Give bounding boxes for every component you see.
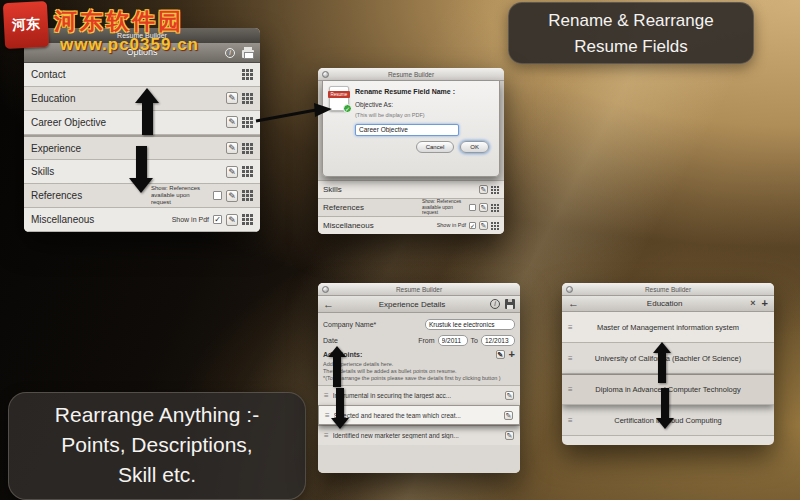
date-to-input[interactable]: [481, 335, 515, 346]
callout-line: Skill etc.: [9, 460, 305, 490]
drag-handle-icon[interactable]: ≡: [324, 391, 329, 400]
drag-grid-icon[interactable]: [242, 93, 253, 104]
references-checkbox[interactable]: [469, 204, 476, 211]
field-row-miscellaneous[interactable]: Miscellaneous Show in Pdf ✓ ✎: [24, 208, 260, 232]
experience-window-titlebar[interactable]: Resume Builder: [318, 283, 520, 296]
drag-grid-icon[interactable]: [491, 204, 499, 212]
callout-line: Resume Fields: [509, 34, 753, 60]
rearrange-up-arrow: [653, 342, 671, 383]
education-subtitle: Education: [585, 299, 744, 308]
info-icon[interactable]: i: [490, 299, 500, 309]
rename-dialog-heading: Rename Resume Field Name :: [355, 88, 493, 95]
back-icon[interactable]: ←: [568, 298, 579, 309]
back-icon[interactable]: ←: [323, 299, 334, 310]
drag-grid-icon[interactable]: [242, 69, 253, 80]
field-row-skills[interactable]: Skills ✎: [318, 180, 504, 198]
delete-icon[interactable]: ×: [750, 299, 755, 308]
show-in-pdf-checkbox[interactable]: ✓: [469, 222, 476, 229]
rename-window: Resume Builder Skills ✎ References Show:…: [318, 68, 504, 234]
drag-grid-icon[interactable]: [242, 190, 253, 201]
cancel-button[interactable]: Cancel: [416, 141, 455, 153]
drag-handle-icon[interactable]: ≡: [325, 411, 330, 420]
field-row-miscellaneous[interactable]: Miscellaneous Show in Pdf ✓ ✎: [318, 216, 504, 234]
drag-handle-icon[interactable]: ≡: [568, 385, 573, 394]
education-window-titlebar[interactable]: Resume Builder: [562, 283, 774, 296]
drag-grid-icon[interactable]: [242, 166, 253, 177]
field-label: References: [31, 190, 82, 201]
field-label: Career Objective: [31, 117, 106, 128]
add-point-icon[interactable]: +: [509, 349, 515, 360]
show-in-pdf-label: Show in Pdf: [437, 222, 466, 228]
education-toolbar: ← Education × +: [562, 296, 774, 312]
callout-line: Rearrange Anything :-: [9, 400, 305, 430]
edit-icon[interactable]: ✎: [505, 391, 514, 400]
edit-icon[interactable]: ✎: [505, 431, 514, 440]
edit-icon[interactable]: ✎: [226, 92, 238, 104]
drag-grid-icon[interactable]: [491, 222, 499, 230]
edit-icon[interactable]: ✎: [504, 411, 513, 420]
edit-icon[interactable]: ✎: [479, 203, 488, 212]
field-row-references[interactable]: References Show: References available up…: [318, 198, 504, 216]
edit-icon[interactable]: ✎: [496, 350, 505, 359]
date-label: Date: [323, 337, 338, 344]
ok-button[interactable]: OK: [460, 141, 489, 153]
rearrange-up-arrow: [135, 88, 159, 135]
drag-handle-icon[interactable]: ≡: [568, 323, 573, 332]
close-button[interactable]: [322, 286, 329, 293]
edit-icon[interactable]: ✎: [226, 142, 238, 154]
callout-line: Rename & Rearrange: [509, 8, 753, 34]
field-label: Skills: [323, 185, 342, 194]
experience-window-title: Resume Builder: [396, 286, 442, 293]
references-checkbox[interactable]: [213, 191, 222, 200]
rearrange-up-arrow: [328, 346, 346, 387]
rearrange-down-arrow: [129, 146, 153, 193]
show-in-pdf-checkbox[interactable]: ✓: [213, 215, 222, 224]
education-row[interactable]: ≡ Master of Management information syste…: [562, 312, 774, 343]
field-list-behind: Skills ✎ References Show: References ava…: [318, 180, 504, 234]
callout-rename-rearrange: Rename & Rearrange Resume Fields: [508, 2, 754, 64]
from-label: From: [418, 337, 434, 344]
experience-subtitle: Experience Details: [339, 300, 485, 309]
drag-grid-icon[interactable]: [242, 143, 253, 154]
rename-window-title: Resume Builder: [388, 71, 434, 78]
field-label: Experience: [31, 143, 81, 154]
rename-window-body: Skills ✎ References Show: References ava…: [318, 81, 504, 234]
date-from-input[interactable]: [438, 335, 468, 346]
show-in-pdf-label: Show in Pdf: [172, 216, 209, 224]
info-icon[interactable]: i: [225, 48, 235, 58]
references-note: Show: References available upon request: [151, 185, 209, 206]
drag-handle-icon[interactable]: ≡: [568, 416, 573, 425]
drag-grid-icon[interactable]: [242, 117, 253, 128]
edit-icon[interactable]: ✎: [226, 214, 238, 226]
watermark-site-name: 河东软件园: [54, 6, 184, 37]
print-icon[interactable]: [242, 50, 254, 58]
edit-icon[interactable]: ✎: [226, 190, 238, 202]
drag-handle-icon[interactable]: ≡: [324, 431, 329, 440]
drag-grid-icon[interactable]: [242, 214, 253, 225]
watermark-site-url: www.pc0359.cn: [60, 35, 199, 55]
rename-window-titlebar[interactable]: Resume Builder: [318, 68, 504, 81]
edit-icon[interactable]: ✎: [226, 166, 238, 178]
close-button[interactable]: [566, 286, 573, 293]
drag-handle-icon[interactable]: ≡: [568, 354, 573, 363]
edit-icon[interactable]: ✎: [479, 221, 488, 230]
add-icon[interactable]: +: [762, 298, 768, 309]
field-label: Miscellaneous: [323, 221, 374, 230]
field-row-contact[interactable]: Contact: [24, 63, 260, 87]
save-icon[interactable]: [505, 299, 515, 309]
edit-icon[interactable]: ✎: [479, 185, 488, 194]
check-badge-icon: ✓: [343, 104, 352, 113]
watermark-logo-glyph: 河东: [12, 15, 41, 34]
rearrange-down-arrow: [656, 388, 674, 429]
edit-icon[interactable]: ✎: [226, 116, 238, 128]
drag-grid-icon[interactable]: [491, 186, 499, 194]
references-note: Show: References available upon request: [422, 199, 466, 216]
resume-icon-banner: Resume: [328, 91, 350, 98]
close-button[interactable]: [322, 71, 329, 78]
education-text: Master of Management information system: [597, 323, 739, 332]
rename-dialog: Resume ✓ Rename Resume Field Name : Obje…: [322, 81, 500, 177]
rename-input[interactable]: [355, 124, 459, 136]
point-text: Identified new marketer segment and sign…: [333, 432, 501, 439]
watermark-logo: 河东: [3, 1, 49, 49]
company-name-input[interactable]: [425, 319, 515, 330]
